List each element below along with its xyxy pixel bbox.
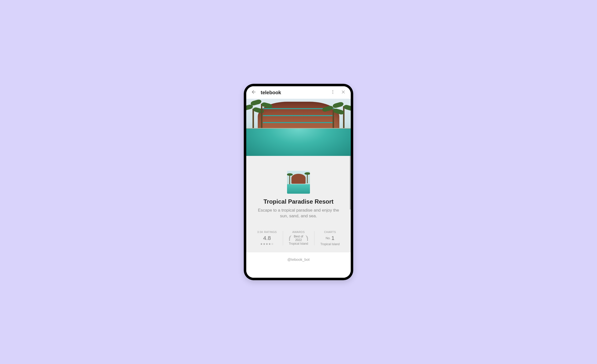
charts-prefix: No. — [326, 236, 331, 240]
hotel-name: Tropical Paradise Resort — [263, 198, 333, 205]
footer: @tebook_bot — [246, 252, 351, 264]
content-scroll[interactable]: Tropical Paradise Resort Escape to a tro… — [246, 99, 351, 278]
device-frame: telebook — [244, 84, 353, 280]
stat-awards: AWARDS Best of 2022 — [283, 229, 314, 247]
app-title: telebook — [261, 90, 326, 95]
charts-number: 1 — [331, 235, 334, 241]
laurel-left-icon — [288, 235, 292, 242]
stats-row: 3.5K RATINGS 4.8 ★★★★☆ AWARDS Best of — [246, 229, 351, 250]
stat-ratings-label: 3.5K RATINGS — [253, 230, 281, 233]
laurel-right-icon — [305, 235, 309, 242]
svg-point-1 — [332, 90, 333, 91]
svg-point-2 — [332, 91, 333, 92]
award-line1: Best of — [294, 235, 303, 238]
arrow-left-icon — [251, 89, 256, 96]
stat-charts-value: No.1 — [316, 235, 344, 241]
more-vertical-icon — [330, 90, 335, 95]
close-button[interactable] — [340, 89, 347, 96]
stat-ratings-value: 4.8 — [253, 235, 281, 241]
laurel-badge: Best of 2022 — [285, 235, 312, 242]
hero-image — [246, 99, 351, 156]
stat-awards-label: AWARDS — [285, 230, 312, 233]
award-line2: 2022 — [294, 238, 303, 242]
hotel-summary: Tropical Paradise Resort Escape to a tro… — [246, 156, 351, 229]
bot-handle: @tebook_bot — [246, 257, 351, 262]
screen: telebook — [246, 86, 351, 278]
star-icons: ★★★★☆ — [253, 242, 281, 246]
hotel-description: Escape to a tropical paradise and enjoy … — [256, 208, 341, 219]
stat-charts-sub: Tropical Island — [316, 242, 344, 246]
app-header: telebook — [246, 86, 351, 99]
award-text: Best of 2022 — [294, 235, 303, 242]
close-icon — [341, 90, 346, 95]
svg-point-3 — [332, 93, 333, 94]
stat-awards-sub: Tropical Island — [285, 242, 312, 245]
hotel-thumbnail — [287, 171, 310, 194]
stat-charts: CHARTS No.1 Tropical Island — [314, 229, 346, 247]
back-button[interactable] — [250, 89, 257, 96]
more-button[interactable] — [329, 89, 336, 96]
detail-section: Tropical Paradise Resort Escape to a tro… — [246, 156, 351, 252]
stat-ratings: 3.5K RATINGS 4.8 ★★★★☆ — [251, 229, 283, 247]
stat-charts-label: CHARTS — [316, 230, 344, 233]
